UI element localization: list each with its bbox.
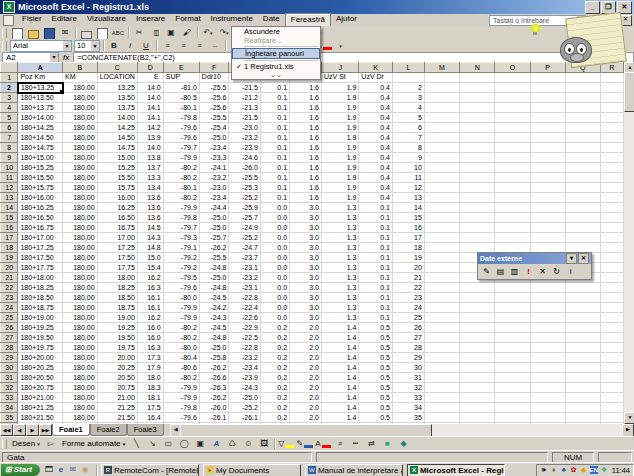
new-icon[interactable]	[10, 27, 24, 39]
cell-H10[interactable]: 0.1	[260, 163, 289, 173]
cell-Q5[interactable]	[565, 113, 600, 123]
cell-R13[interactable]	[600, 193, 623, 203]
oval-icon[interactable]: ◯	[177, 438, 191, 450]
cell-L16[interactable]: 16	[392, 223, 424, 233]
cell-N34[interactable]	[460, 403, 495, 413]
formula-input[interactable]: =CONCATENATE(B2,"+",C2)	[73, 52, 634, 63]
cell-J24[interactable]: 1.3	[322, 303, 359, 313]
redo-icon[interactable]: ↷▾	[217, 27, 231, 39]
cell-D20[interactable]: 15.4	[137, 263, 163, 273]
cell-Q17[interactable]	[565, 233, 600, 243]
cell-B32[interactable]: 180,00	[63, 383, 98, 393]
cell-M26[interactable]	[424, 323, 459, 333]
cell-K4[interactable]: 0.4	[359, 103, 393, 113]
cell-E27[interactable]: -80.2	[163, 333, 199, 343]
cell-R22[interactable]	[600, 283, 623, 293]
cell-A34[interactable]: 180+21.25	[18, 403, 63, 413]
cell-A33[interactable]: 180+21.00	[18, 393, 63, 403]
cell-N26[interactable]	[460, 323, 495, 333]
horizontal-scrollbar[interactable]: ◀ ▶	[170, 424, 634, 436]
cell-I30[interactable]: 2.0	[290, 363, 322, 373]
cell-F7[interactable]: -25.0	[199, 133, 229, 143]
cell-C31[interactable]: 20.50	[97, 373, 137, 383]
cell-N16[interactable]	[460, 223, 495, 233]
cell-L33[interactable]: 33	[392, 393, 424, 403]
cell-P35[interactable]	[530, 413, 565, 423]
cell-M33[interactable]	[424, 393, 459, 403]
column-header-E[interactable]: E	[163, 63, 199, 73]
cell-J3[interactable]: 1.9	[322, 93, 359, 103]
cell-M16[interactable]	[424, 223, 459, 233]
cell-F2[interactable]: -25.5	[199, 83, 229, 93]
cell-E31[interactable]: -80.2	[163, 373, 199, 383]
cell-M2[interactable]	[424, 83, 459, 93]
bold-icon[interactable]: B	[107, 40, 121, 52]
print-preview-icon[interactable]	[95, 27, 109, 39]
column-header-O[interactable]: O	[495, 63, 530, 73]
chevron-down-icon[interactable]: ▾	[566, 253, 577, 264]
data-range-properties-icon[interactable]: ▤	[494, 265, 507, 278]
cell-N24[interactable]	[460, 303, 495, 313]
row-header-21[interactable]: 21	[1, 273, 18, 283]
cell-P2[interactable]	[530, 83, 565, 93]
cell-D3[interactable]: 14.0	[137, 93, 163, 103]
cell-N8[interactable]	[460, 143, 495, 153]
row-header-15[interactable]: 15	[1, 213, 18, 223]
cell-P1[interactable]	[530, 73, 565, 83]
cell-J30[interactable]: 1.4	[322, 363, 359, 373]
cell-I9[interactable]: 1.6	[290, 153, 322, 163]
cell-R5[interactable]	[600, 113, 623, 123]
cell-A13[interactable]: 180+16.00	[18, 193, 63, 203]
cell-E35[interactable]: -79.6	[163, 413, 199, 423]
cell-O13[interactable]	[495, 193, 530, 203]
cell-B19[interactable]: 180,00	[63, 253, 98, 263]
cell-J12[interactable]: 1.9	[322, 183, 359, 193]
cell-G2[interactable]: -21.5	[229, 83, 260, 93]
cell-Q32[interactable]	[565, 383, 600, 393]
task-remotecom[interactable]: R RemoteCom - [RemoteDia...	[101, 464, 199, 476]
cell-M23[interactable]	[424, 293, 459, 303]
row-header-18[interactable]: 18	[1, 243, 18, 253]
spelling-icon[interactable]: ABC	[111, 27, 125, 39]
row-header-22[interactable]: 22	[1, 283, 18, 293]
tray-app-icon[interactable]: ◆	[580, 466, 588, 474]
prev-sheet-icon[interactable]: ◀	[13, 424, 26, 436]
cell-K30[interactable]: 0.5	[359, 363, 393, 373]
cell-N12[interactable]	[460, 183, 495, 193]
tray-app-icon[interactable]: ✿	[570, 466, 578, 474]
tray-app-icon[interactable]: ❖	[600, 466, 608, 474]
cell-G22[interactable]: -23.1	[229, 283, 260, 293]
fill-color-icon[interactable]: ▽	[278, 438, 294, 450]
sheet-tab-foaie2[interactable]: Foaie2	[90, 424, 127, 436]
row-header-11[interactable]: 11	[1, 173, 18, 183]
cell-G10[interactable]: -26.0	[229, 163, 260, 173]
cell-N32[interactable]	[460, 383, 495, 393]
cell-J17[interactable]: 1.3	[322, 233, 359, 243]
copy-icon[interactable]: ▯▯	[148, 27, 162, 39]
cell-F27[interactable]: -24.8	[199, 333, 229, 343]
cell-N15[interactable]	[460, 213, 495, 223]
cell-J15[interactable]: 1.3	[322, 213, 359, 223]
cell-P4[interactable]	[530, 103, 565, 113]
cell-D27[interactable]: 16.0	[137, 333, 163, 343]
cell-A9[interactable]: 180+15.00	[18, 153, 63, 163]
cell-G33[interactable]: -25.0	[229, 393, 260, 403]
row-header-24[interactable]: 24	[1, 303, 18, 313]
cell-H4[interactable]: 0.1	[260, 103, 289, 113]
cell-A22[interactable]: 180+18.25	[18, 283, 63, 293]
cell-J31[interactable]: 1.4	[322, 373, 359, 383]
cell-N31[interactable]	[460, 373, 495, 383]
cell-C8[interactable]: 14.75	[97, 143, 137, 153]
cell-A31[interactable]: 180+20.50	[18, 373, 63, 383]
cancel-refresh-icon[interactable]: ✕	[536, 265, 549, 278]
cell-H31[interactable]: 0.2	[260, 373, 289, 383]
cell-F11[interactable]: -23.2	[199, 173, 229, 183]
cell-F1[interactable]: Ddr10	[199, 73, 229, 83]
row-header-10[interactable]: 10	[1, 163, 18, 173]
cell-H18[interactable]: 0.0	[260, 243, 289, 253]
cell-J29[interactable]: 1.4	[322, 353, 359, 363]
cell-O33[interactable]	[495, 393, 530, 403]
cell-A11[interactable]: 180+15.50	[18, 173, 63, 183]
cell-B34[interactable]: 180,00	[63, 403, 98, 413]
toolbar-grip[interactable]	[2, 28, 7, 38]
